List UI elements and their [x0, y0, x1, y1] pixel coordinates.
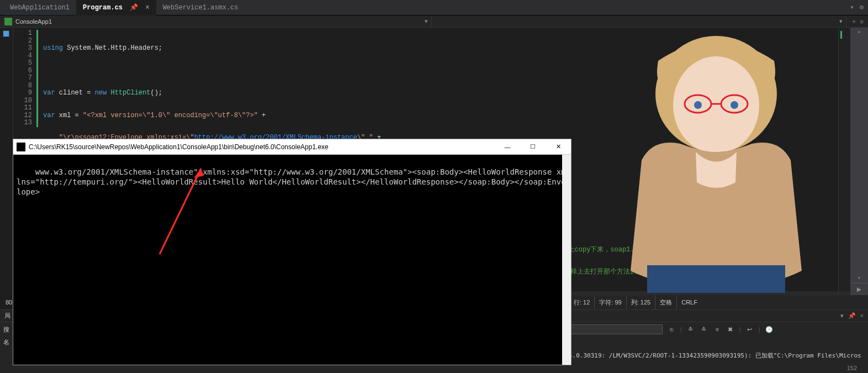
code-line: [39, 67, 868, 75]
editor-tabs: WebApplication1 Program.cs 📌 × WebServic…: [0, 0, 868, 15]
console-output-text: www.w3.org/2001/XMLSchema-instance" xmln…: [17, 167, 566, 196]
svg-line-9: [160, 169, 201, 254]
status-indent[interactable]: 空格: [655, 295, 676, 309]
tab-program-cs[interactable]: Program.cs 📌 ×: [76, 0, 156, 15]
output-source-combo[interactable]: [569, 324, 663, 334]
gear-icon[interactable]: ⚙: [860, 3, 864, 12]
code-line: var clinet = new HttpClient();: [39, 90, 868, 97]
split-plus-icon[interactable]: ＋: [851, 17, 857, 25]
overview-map[interactable]: [838, 28, 850, 295]
tab-label: Program.cs: [83, 4, 123, 12]
line-number: 5: [13, 60, 32, 67]
line-number: 12: [13, 112, 32, 120]
nav-project-dropdown[interactable]: ConsoleApp1 ▾: [0, 15, 432, 27]
csharp-file-icon: [3, 30, 10, 38]
tab-webservice1[interactable]: WebService1.asmx.cs: [156, 0, 245, 15]
svg-rect-0: [3, 31, 9, 37]
log-line: 4.0.30319: /LM/W3SVC/2/ROOT-1-1334235909…: [569, 352, 861, 360]
scroll-down-icon[interactable]: ▾: [850, 274, 868, 283]
status-line[interactable]: 行: 12: [569, 295, 594, 309]
vertical-scrollbar[interactable]: ▴ ▾ ▶: [850, 28, 868, 295]
line-number: 11: [13, 104, 32, 112]
nav-member-dropdown[interactable]: ▾: [432, 15, 846, 27]
line-number: 4: [13, 52, 32, 60]
close-icon[interactable]: ×: [145, 4, 149, 12]
editor-status-strip: ▶ 行: 12 字符: 99 列: 125 空格 CRLF: [553, 295, 868, 309]
console-window[interactable]: C:\Users\RK15\source\NewRepos\WebApplica…: [13, 139, 571, 365]
clock-icon[interactable]: 🕓: [765, 325, 774, 334]
line-number: 8: [13, 82, 32, 90]
panel-dropdown-icon[interactable]: ▾: [840, 312, 844, 319]
csharp-icon: [4, 18, 12, 25]
step-icon[interactable]: ≛: [700, 325, 708, 334]
console-title: C:\Users\RK15\source\NewRepos\WebApplica…: [29, 143, 329, 151]
console-body[interactable]: www.w3.org/2001/XMLSchema-instance" xmln…: [13, 155, 571, 365]
annotation-arrow: [154, 166, 204, 260]
watermark: 152: [847, 365, 857, 371]
nav-dropdown-row: ConsoleApp1 ▾ ▾ ＋ ≡: [0, 15, 868, 28]
output-toolbar: ⎋ | ≛ ≛ ≡ ✖ | ↩ | 🕓: [569, 323, 865, 335]
line-number: 6: [13, 67, 32, 75]
code-line: var xml = "<?xml version=\"1.0\" encodin…: [39, 112, 868, 120]
line-number: 7: [13, 75, 32, 82]
status-col[interactable]: 列: 125: [626, 295, 655, 309]
clear-icon[interactable]: ✖: [726, 325, 735, 334]
chevron-down-icon: ▾: [839, 18, 843, 25]
maximize-button[interactable]: ☐: [520, 139, 546, 155]
minimize-button[interactable]: —: [495, 139, 520, 155]
outline-margin: [0, 28, 13, 295]
scroll-up-icon[interactable]: ▴: [850, 28, 868, 36]
pin-icon[interactable]: 📌: [130, 4, 138, 12]
split-icon[interactable]: ▶: [850, 283, 868, 295]
step-icon[interactable]: ≡: [713, 325, 722, 334]
output-title: 局: [4, 312, 10, 320]
tabs-dropdown-icon[interactable]: ▾: [850, 3, 854, 12]
link-icon[interactable]: ⎋: [667, 325, 676, 334]
svg-marker-10: [194, 169, 204, 178]
line-number: 9: [13, 90, 32, 97]
bars-icon[interactable]: ≡: [860, 18, 864, 25]
panel-close-icon[interactable]: ×: [860, 312, 864, 319]
wrap-icon[interactable]: ↩: [745, 325, 754, 334]
status-eol[interactable]: CRLF: [676, 295, 702, 309]
console-icon: [17, 143, 25, 151]
line-number: 10: [13, 97, 32, 105]
line-number: 2: [13, 38, 32, 45]
step-icon[interactable]: ≛: [686, 325, 695, 334]
chevron-down-icon: ▾: [425, 18, 428, 25]
console-titlebar[interactable]: C:\Users\RK15\source\NewRepos\WebApplica…: [13, 139, 571, 155]
close-button[interactable]: ✕: [546, 139, 571, 155]
nav-project-label: ConsoleApp1: [15, 18, 52, 25]
map-marker: [840, 31, 842, 39]
line-number: 1: [13, 30, 32, 38]
output-log[interactable]: 4.0.30319: /LM/W3SVC/2/ROOT-1-1334235909…: [569, 337, 861, 373]
code-line: using System.Net.Http.Headers;: [39, 45, 868, 52]
status-char[interactable]: 字符: 99: [594, 295, 626, 309]
line-number: 3: [13, 45, 32, 52]
panel-pin-icon[interactable]: 📌: [848, 312, 856, 319]
console-scrollbar[interactable]: [562, 155, 571, 365]
tab-webapplication1[interactable]: WebApplication1: [3, 0, 76, 15]
line-number: 13: [13, 119, 32, 127]
